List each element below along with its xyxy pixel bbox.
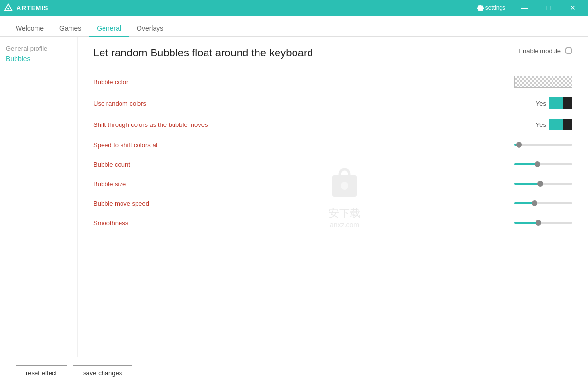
setting-row-bubble-color: Bubble color <box>93 71 572 92</box>
tab-general[interactable]: General <box>89 20 129 37</box>
label-bubble-color: Bubble color <box>93 78 128 86</box>
slider-fill-smooth <box>514 222 538 224</box>
enable-module-toggle[interactable] <box>565 47 572 54</box>
enable-module-row: Enable module <box>519 47 572 54</box>
tab-overlays[interactable]: Overlays <box>129 20 171 37</box>
control-move-speed <box>514 198 572 208</box>
tab-games[interactable]: Games <box>52 20 89 37</box>
settings-area: Bubble color Use random colors Yes <box>93 71 572 232</box>
control-shift-colors: Yes <box>514 119 572 130</box>
setting-row-shift-colors: Shift through colors as the bubble moves… <box>93 114 572 135</box>
bottom-bar: reset effect save changes <box>0 357 588 389</box>
close-button[interactable]: ✕ <box>562 0 584 16</box>
toggle-thumb-1 <box>563 97 572 109</box>
slider-track-movespeed <box>514 202 572 204</box>
sidebar-group-label: General profile <box>6 45 71 52</box>
control-bubble-size <box>514 179 572 189</box>
label-shift-colors: Shift through colors as the bubble moves <box>93 121 208 128</box>
color-swatch[interactable] <box>514 76 572 88</box>
settings-label[interactable]: settings <box>485 4 505 11</box>
settings-link[interactable]: settings <box>477 4 505 11</box>
control-smoothness <box>514 218 572 228</box>
label-bubble-count: Bubble count <box>93 161 130 168</box>
setting-row-smoothness: Smoothness <box>93 213 572 232</box>
svg-point-1 <box>7 8 9 10</box>
toggle-track-2[interactable] <box>549 119 572 130</box>
reset-effect-button[interactable]: reset effect <box>16 365 67 381</box>
slider-thumb-size[interactable] <box>537 181 543 187</box>
slider-thumb-movespeed[interactable] <box>532 200 537 206</box>
slider-bubble-count[interactable] <box>514 159 572 169</box>
toggle-yes-label-2: Yes <box>536 121 546 128</box>
content-layout: General profile Bubbles Enable module Le… <box>0 37 588 357</box>
label-smoothness: Smoothness <box>93 219 128 227</box>
setting-row-move-speed: Bubble move speed <box>93 194 572 213</box>
setting-row-random-colors: Use random colors Yes <box>93 92 572 114</box>
slider-speed-shift[interactable] <box>514 140 572 150</box>
tab-bar: Welcome Games General Overlays <box>0 16 588 37</box>
slider-move-speed[interactable] <box>514 198 572 208</box>
title-bar-right: settings — □ ✕ <box>477 0 584 16</box>
setting-row-speed-shift: Speed to shift colors at <box>93 135 572 155</box>
app-icon <box>4 3 13 12</box>
control-random-colors: Yes <box>514 97 572 109</box>
minimize-button[interactable]: — <box>513 0 536 16</box>
label-speed-shift: Speed to shift colors at <box>93 141 157 149</box>
sidebar-item-bubbles[interactable]: Bubbles <box>6 54 71 64</box>
slider-thumb-smooth[interactable] <box>536 220 541 226</box>
save-changes-button[interactable]: save changes <box>73 365 132 381</box>
label-move-speed: Bubble move speed <box>93 200 149 207</box>
gear-icon <box>477 4 484 11</box>
main-panel: Enable module Let random Bubbles float a… <box>78 37 588 357</box>
tab-welcome[interactable]: Welcome <box>8 20 52 37</box>
app-body: Welcome Games General Overlays General p… <box>0 16 588 389</box>
setting-row-bubble-size: Bubble size <box>93 174 572 194</box>
control-speed-shift <box>514 140 572 150</box>
maximize-button[interactable]: □ <box>537 0 560 16</box>
slider-fill-size <box>514 183 540 185</box>
slider-smoothness[interactable] <box>514 218 572 228</box>
title-bar-left: ARTEMIS <box>4 3 49 12</box>
page-title: Let random Bubbles float around the keyb… <box>93 47 572 59</box>
toggle-thumb-2 <box>563 119 572 130</box>
title-bar: ARTEMIS settings — □ ✕ <box>0 0 588 16</box>
toggle-track-1[interactable] <box>549 97 572 109</box>
toggle-random-colors[interactable]: Yes <box>536 97 572 109</box>
slider-fill-count <box>514 163 537 165</box>
sidebar: General profile Bubbles <box>0 37 78 357</box>
label-random-colors: Use random colors <box>93 100 146 107</box>
slider-thumb-count[interactable] <box>535 161 540 167</box>
slider-track-smooth <box>514 222 572 224</box>
slider-track-size <box>514 183 572 185</box>
slider-thumb-speed[interactable] <box>516 142 522 148</box>
enable-module-label: Enable module <box>519 47 561 54</box>
label-bubble-size: Bubble size <box>93 180 126 188</box>
control-bubble-count <box>514 159 572 169</box>
app-title: ARTEMIS <box>17 4 49 12</box>
toggle-yes-label-1: Yes <box>536 100 546 107</box>
toggle-shift-colors[interactable]: Yes <box>536 119 572 130</box>
slider-track-speed <box>514 144 572 146</box>
control-bubble-color[interactable] <box>514 76 572 88</box>
setting-row-bubble-count: Bubble count <box>93 155 572 174</box>
slider-bubble-size[interactable] <box>514 179 572 189</box>
slider-track-count <box>514 163 572 165</box>
